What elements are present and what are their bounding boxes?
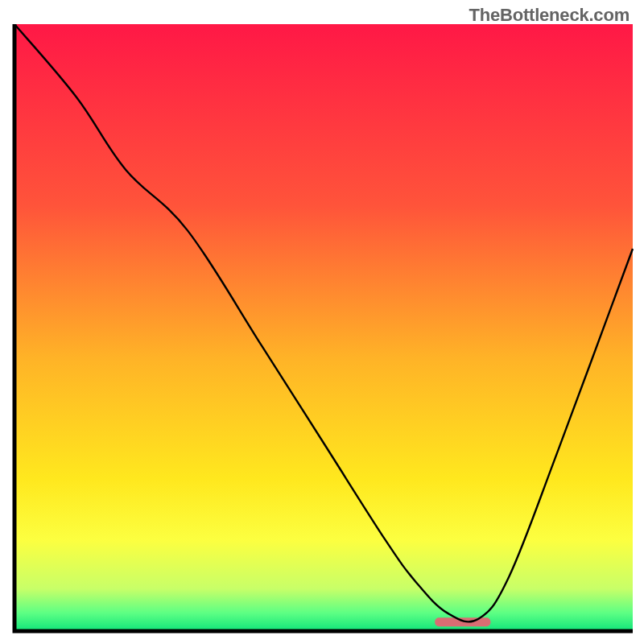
optimal-range-marker bbox=[435, 617, 490, 626]
chart-container: TheBottleneck.com bbox=[0, 0, 644, 644]
chart-svg bbox=[10, 24, 634, 636]
watermark-text: TheBottleneck.com bbox=[469, 5, 630, 26]
gradient-background bbox=[14, 24, 633, 631]
plot-area bbox=[10, 24, 634, 636]
